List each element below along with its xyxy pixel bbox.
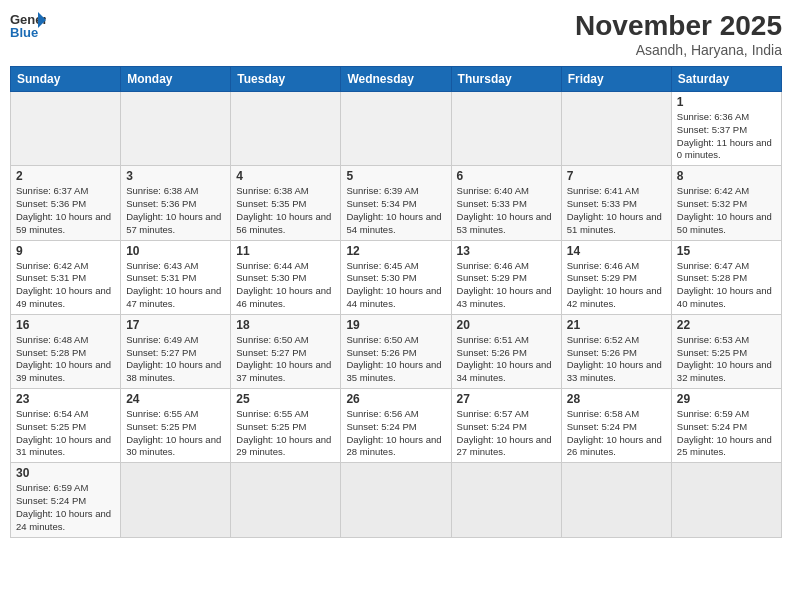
page: General Blue November 2025 Asandh, Harya… xyxy=(0,0,792,612)
day-info: Sunrise: 6:57 AM Sunset: 5:24 PM Dayligh… xyxy=(457,408,556,459)
calendar-cell: 17Sunrise: 6:49 AM Sunset: 5:27 PM Dayli… xyxy=(121,314,231,388)
day-info: Sunrise: 6:40 AM Sunset: 5:33 PM Dayligh… xyxy=(457,185,556,236)
calendar-cell: 21Sunrise: 6:52 AM Sunset: 5:26 PM Dayli… xyxy=(561,314,671,388)
calendar-cell: 5Sunrise: 6:39 AM Sunset: 5:34 PM Daylig… xyxy=(341,166,451,240)
day-number: 22 xyxy=(677,318,776,332)
day-number: 30 xyxy=(16,466,115,480)
day-info: Sunrise: 6:50 AM Sunset: 5:27 PM Dayligh… xyxy=(236,334,335,385)
calendar-cell: 18Sunrise: 6:50 AM Sunset: 5:27 PM Dayli… xyxy=(231,314,341,388)
day-number: 6 xyxy=(457,169,556,183)
calendar-cell: 27Sunrise: 6:57 AM Sunset: 5:24 PM Dayli… xyxy=(451,389,561,463)
day-info: Sunrise: 6:53 AM Sunset: 5:25 PM Dayligh… xyxy=(677,334,776,385)
day-info: Sunrise: 6:41 AM Sunset: 5:33 PM Dayligh… xyxy=(567,185,666,236)
calendar-cell: 19Sunrise: 6:50 AM Sunset: 5:26 PM Dayli… xyxy=(341,314,451,388)
day-number: 28 xyxy=(567,392,666,406)
day-number: 15 xyxy=(677,244,776,258)
calendar-cell xyxy=(231,92,341,166)
calendar-cell: 26Sunrise: 6:56 AM Sunset: 5:24 PM Dayli… xyxy=(341,389,451,463)
day-number: 20 xyxy=(457,318,556,332)
day-info: Sunrise: 6:44 AM Sunset: 5:30 PM Dayligh… xyxy=(236,260,335,311)
day-info: Sunrise: 6:36 AM Sunset: 5:37 PM Dayligh… xyxy=(677,111,776,162)
calendar-cell: 6Sunrise: 6:40 AM Sunset: 5:33 PM Daylig… xyxy=(451,166,561,240)
col-saturday: Saturday xyxy=(671,67,781,92)
day-number: 24 xyxy=(126,392,225,406)
day-info: Sunrise: 6:59 AM Sunset: 5:24 PM Dayligh… xyxy=(16,482,115,533)
calendar-cell: 23Sunrise: 6:54 AM Sunset: 5:25 PM Dayli… xyxy=(11,389,121,463)
day-number: 21 xyxy=(567,318,666,332)
calendar-cell: 25Sunrise: 6:55 AM Sunset: 5:25 PM Dayli… xyxy=(231,389,341,463)
day-info: Sunrise: 6:59 AM Sunset: 5:24 PM Dayligh… xyxy=(677,408,776,459)
col-tuesday: Tuesday xyxy=(231,67,341,92)
day-number: 4 xyxy=(236,169,335,183)
calendar-cell xyxy=(341,463,451,537)
calendar-cell xyxy=(451,463,561,537)
day-number: 10 xyxy=(126,244,225,258)
day-info: Sunrise: 6:58 AM Sunset: 5:24 PM Dayligh… xyxy=(567,408,666,459)
logo: General Blue xyxy=(10,10,46,40)
day-number: 8 xyxy=(677,169,776,183)
calendar-cell: 22Sunrise: 6:53 AM Sunset: 5:25 PM Dayli… xyxy=(671,314,781,388)
calendar-cell: 3Sunrise: 6:38 AM Sunset: 5:36 PM Daylig… xyxy=(121,166,231,240)
calendar-cell: 30Sunrise: 6:59 AM Sunset: 5:24 PM Dayli… xyxy=(11,463,121,537)
calendar-cell: 29Sunrise: 6:59 AM Sunset: 5:24 PM Dayli… xyxy=(671,389,781,463)
calendar-cell xyxy=(671,463,781,537)
day-info: Sunrise: 6:42 AM Sunset: 5:32 PM Dayligh… xyxy=(677,185,776,236)
day-info: Sunrise: 6:38 AM Sunset: 5:36 PM Dayligh… xyxy=(126,185,225,236)
calendar-cell: 12Sunrise: 6:45 AM Sunset: 5:30 PM Dayli… xyxy=(341,240,451,314)
day-info: Sunrise: 6:50 AM Sunset: 5:26 PM Dayligh… xyxy=(346,334,445,385)
day-info: Sunrise: 6:37 AM Sunset: 5:36 PM Dayligh… xyxy=(16,185,115,236)
day-info: Sunrise: 6:51 AM Sunset: 5:26 PM Dayligh… xyxy=(457,334,556,385)
generalblue-logo-icon: General Blue xyxy=(10,10,46,40)
calendar-cell: 14Sunrise: 6:46 AM Sunset: 5:29 PM Dayli… xyxy=(561,240,671,314)
calendar-cell: 16Sunrise: 6:48 AM Sunset: 5:28 PM Dayli… xyxy=(11,314,121,388)
day-number: 19 xyxy=(346,318,445,332)
day-info: Sunrise: 6:52 AM Sunset: 5:26 PM Dayligh… xyxy=(567,334,666,385)
calendar-cell: 24Sunrise: 6:55 AM Sunset: 5:25 PM Dayli… xyxy=(121,389,231,463)
calendar-cell: 8Sunrise: 6:42 AM Sunset: 5:32 PM Daylig… xyxy=(671,166,781,240)
day-number: 23 xyxy=(16,392,115,406)
day-info: Sunrise: 6:49 AM Sunset: 5:27 PM Dayligh… xyxy=(126,334,225,385)
calendar-row-1: 2Sunrise: 6:37 AM Sunset: 5:36 PM Daylig… xyxy=(11,166,782,240)
day-number: 14 xyxy=(567,244,666,258)
svg-text:Blue: Blue xyxy=(10,25,38,40)
col-monday: Monday xyxy=(121,67,231,92)
calendar-cell: 1Sunrise: 6:36 AM Sunset: 5:37 PM Daylig… xyxy=(671,92,781,166)
calendar-cell: 15Sunrise: 6:47 AM Sunset: 5:28 PM Dayli… xyxy=(671,240,781,314)
day-number: 17 xyxy=(126,318,225,332)
calendar: Sunday Monday Tuesday Wednesday Thursday… xyxy=(10,66,782,538)
calendar-row-2: 9Sunrise: 6:42 AM Sunset: 5:31 PM Daylig… xyxy=(11,240,782,314)
day-info: Sunrise: 6:42 AM Sunset: 5:31 PM Dayligh… xyxy=(16,260,115,311)
day-info: Sunrise: 6:43 AM Sunset: 5:31 PM Dayligh… xyxy=(126,260,225,311)
calendar-cell xyxy=(341,92,451,166)
calendar-cell xyxy=(11,92,121,166)
day-info: Sunrise: 6:47 AM Sunset: 5:28 PM Dayligh… xyxy=(677,260,776,311)
day-number: 9 xyxy=(16,244,115,258)
weekday-header-row: Sunday Monday Tuesday Wednesday Thursday… xyxy=(11,67,782,92)
day-info: Sunrise: 6:55 AM Sunset: 5:25 PM Dayligh… xyxy=(236,408,335,459)
calendar-cell xyxy=(121,463,231,537)
day-info: Sunrise: 6:55 AM Sunset: 5:25 PM Dayligh… xyxy=(126,408,225,459)
calendar-cell xyxy=(121,92,231,166)
day-info: Sunrise: 6:45 AM Sunset: 5:30 PM Dayligh… xyxy=(346,260,445,311)
day-number: 16 xyxy=(16,318,115,332)
calendar-row-5: 30Sunrise: 6:59 AM Sunset: 5:24 PM Dayli… xyxy=(11,463,782,537)
calendar-cell: 2Sunrise: 6:37 AM Sunset: 5:36 PM Daylig… xyxy=(11,166,121,240)
day-number: 27 xyxy=(457,392,556,406)
day-number: 18 xyxy=(236,318,335,332)
day-number: 13 xyxy=(457,244,556,258)
day-number: 7 xyxy=(567,169,666,183)
day-info: Sunrise: 6:46 AM Sunset: 5:29 PM Dayligh… xyxy=(457,260,556,311)
day-info: Sunrise: 6:46 AM Sunset: 5:29 PM Dayligh… xyxy=(567,260,666,311)
day-info: Sunrise: 6:54 AM Sunset: 5:25 PM Dayligh… xyxy=(16,408,115,459)
calendar-row-0: 1Sunrise: 6:36 AM Sunset: 5:37 PM Daylig… xyxy=(11,92,782,166)
title-block: November 2025 Asandh, Haryana, India xyxy=(575,10,782,58)
day-number: 25 xyxy=(236,392,335,406)
calendar-cell: 9Sunrise: 6:42 AM Sunset: 5:31 PM Daylig… xyxy=(11,240,121,314)
calendar-cell xyxy=(451,92,561,166)
calendar-cell xyxy=(561,463,671,537)
header: General Blue November 2025 Asandh, Harya… xyxy=(10,10,782,58)
location: Asandh, Haryana, India xyxy=(575,42,782,58)
day-info: Sunrise: 6:38 AM Sunset: 5:35 PM Dayligh… xyxy=(236,185,335,236)
day-number: 29 xyxy=(677,392,776,406)
day-number: 1 xyxy=(677,95,776,109)
